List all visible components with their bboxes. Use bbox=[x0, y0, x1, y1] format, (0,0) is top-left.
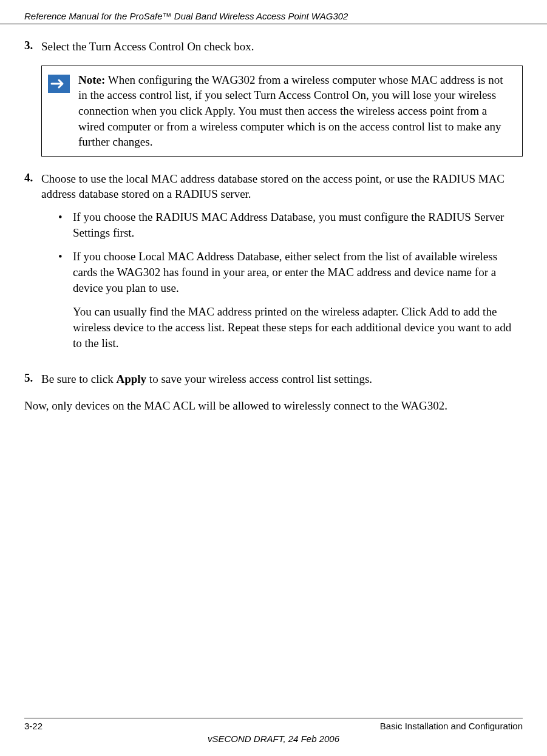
list-item: • If you choose Local MAC Address Databa… bbox=[58, 249, 523, 295]
footer-section: Basic Installation and Configuration bbox=[380, 721, 523, 731]
final-paragraph: Now, only devices on the MAC ACL will be… bbox=[24, 398, 523, 414]
step-4-text: Choose to use the local MAC address data… bbox=[41, 171, 523, 360]
bullet-marker: • bbox=[58, 209, 73, 240]
step-5-text-post: to save your wireless access control lis… bbox=[146, 373, 372, 385]
step-3-text: Select the Turn Access Control On check … bbox=[41, 39, 254, 55]
step-4-main-text: Choose to use the local MAC address data… bbox=[41, 172, 505, 201]
step-4-number: 4. bbox=[24, 171, 41, 360]
bullet-marker: • bbox=[58, 249, 73, 295]
step-5-apply-bold: Apply bbox=[116, 373, 146, 385]
step-4: 4. Choose to use the local MAC address d… bbox=[24, 171, 523, 360]
step-5-number: 5. bbox=[24, 371, 41, 387]
step-5-text-pre: Be sure to click bbox=[41, 373, 116, 385]
page-content: 3. Select the Turn Access Control On che… bbox=[0, 39, 547, 414]
bullet-text: If you choose Local MAC Address Database… bbox=[73, 249, 523, 295]
footer-page-number: 3-22 bbox=[24, 721, 42, 731]
note-body: When configuring the WAG302 from a wirel… bbox=[78, 73, 503, 149]
header-title: Reference Manual for the ProSafe™ Dual B… bbox=[24, 11, 348, 21]
page-header: Reference Manual for the ProSafe™ Dual B… bbox=[0, 0, 547, 24]
step-4-bullet-list: • If you choose the RADIUS MAC Address D… bbox=[58, 209, 523, 295]
bullet-text: If you choose the RADIUS MAC Address Dat… bbox=[73, 209, 523, 240]
note-box: Note: When configuring the WAG302 from a… bbox=[41, 66, 523, 157]
step-3: 3. Select the Turn Access Control On che… bbox=[24, 39, 523, 55]
list-item: • If you choose the RADIUS MAC Address D… bbox=[58, 209, 523, 240]
arrow-right-icon bbox=[48, 75, 70, 93]
footer-line: 3-22 Basic Installation and Configuratio… bbox=[24, 718, 523, 731]
step-4-sub-paragraph: You can usually find the MAC address pri… bbox=[73, 304, 523, 351]
page-footer: 3-22 Basic Installation and Configuratio… bbox=[24, 718, 523, 744]
step-5-text: Be sure to click Apply to save your wire… bbox=[41, 371, 372, 387]
step-3-number: 3. bbox=[24, 39, 41, 55]
note-text: Note: When configuring the WAG302 from a… bbox=[78, 72, 514, 150]
footer-version: vSECOND DRAFT, 24 Feb 2006 bbox=[24, 734, 523, 744]
step-5: 5. Be sure to click Apply to save your w… bbox=[24, 371, 523, 387]
note-label: Note: bbox=[78, 73, 105, 86]
